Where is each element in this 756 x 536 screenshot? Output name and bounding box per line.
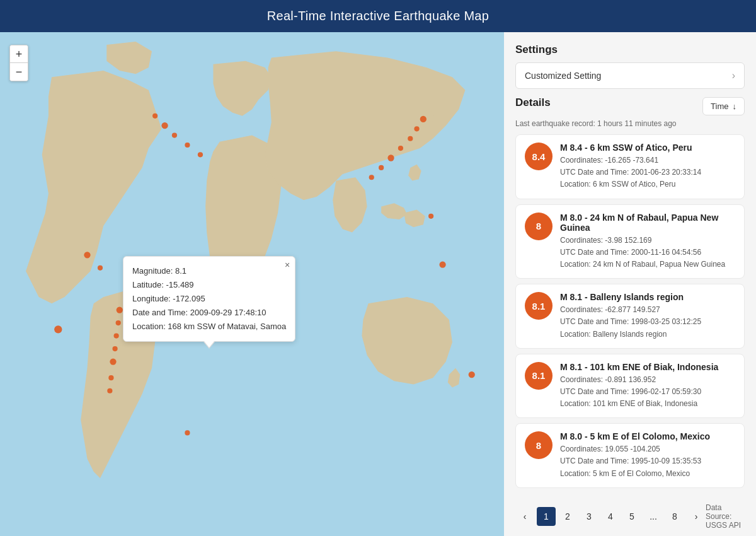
svg-point-17 <box>98 265 103 271</box>
svg-point-11 <box>114 333 119 338</box>
svg-point-19 <box>439 262 445 268</box>
earthquake-title: M 8.1 - Balleny Islands region <box>560 292 735 302</box>
earthquake-location: Location: Balleny Islands region <box>560 329 735 341</box>
earthquake-location: Location: 5 km E of El Colomo, Mexico <box>560 468 735 480</box>
svg-point-4 <box>398 146 403 151</box>
earthquake-coordinates: Coordinates: -62.877 149.527 <box>560 304 735 316</box>
popup-longitude: Longitude: -172.095 <box>132 292 286 306</box>
svg-point-9 <box>117 306 123 313</box>
earthquake-popup: × Magnitude: 8.1 Latitude: -15.489 Longi… <box>123 256 295 342</box>
earthquake-location: Location: 24 km N of Rabaul, Papua New G… <box>560 259 735 271</box>
svg-point-25 <box>161 122 168 129</box>
svg-point-16 <box>84 252 90 258</box>
page-1-button[interactable]: 1 <box>537 507 556 526</box>
page-4-button[interactable]: 4 <box>601 507 620 526</box>
last-record-text: Last earthquake record: 1 hours 11 minut… <box>515 119 745 128</box>
earthquake-utc: UTC Date and Time: 1996-02-17 05:59:30 <box>560 386 735 398</box>
data-source-text: Data Source: USGS API <box>706 503 745 530</box>
popup-magnitude: Magnitude: 8.1 <box>132 264 286 278</box>
svg-point-3 <box>408 136 413 141</box>
earthquake-coordinates: Coordinates: 19.055 -104.205 <box>560 443 735 455</box>
svg-point-8 <box>54 325 62 333</box>
earthquake-title: M 8.1 - 101 km ENE of Biak, Indonesia <box>560 362 735 372</box>
earthquake-utc: UTC Date and Time: 2001-06-23 20:33:14 <box>560 166 735 178</box>
magnitude-badge: 8.1 <box>525 362 553 390</box>
svg-point-24 <box>172 133 177 138</box>
earthquake-utc: UTC Date and Time: 1995-10-09 15:35:53 <box>560 455 735 467</box>
page-2-button[interactable]: 2 <box>558 507 577 526</box>
earthquake-utc: UTC Date and Time: 1998-03-25 03:12:25 <box>560 316 735 328</box>
earthquake-card[interactable]: 8.4 M 8.4 - 6 km SSW of Atico, Peru Coor… <box>515 134 745 199</box>
earthquake-card[interactable]: 8 M 8.0 - 5 km E of El Colomo, Mexico Co… <box>515 423 745 488</box>
svg-point-12 <box>112 346 117 351</box>
svg-point-6 <box>379 165 384 170</box>
svg-point-15 <box>107 388 112 393</box>
earthquake-list: 8.4 M 8.4 - 6 km SSW of Atico, Peru Coor… <box>515 134 745 497</box>
magnitude-badge: 8 <box>525 431 553 459</box>
ellipsis: ... <box>644 507 663 526</box>
page-title: Real-Time Interactive Earthquake Map <box>0 0 756 32</box>
svg-point-21 <box>428 214 433 219</box>
map-container: + − × Magnitude: 8.1 Latitude: -15.489 L… <box>0 32 504 536</box>
svg-point-22 <box>198 152 203 157</box>
sort-label: Time <box>711 102 728 111</box>
magnitude-badge: 8.1 <box>525 292 553 320</box>
zoom-controls: + − <box>9 45 28 81</box>
earthquake-location: Location: 6 km SSW of Atico, Peru <box>560 178 735 190</box>
earthquake-title: M 8.0 - 24 km N of Rabaul, Papua New Gui… <box>560 213 735 233</box>
settings-title: Settings <box>515 44 745 56</box>
svg-point-26 <box>152 114 158 119</box>
earthquake-info: M 8.1 - 101 km ENE of Biak, Indonesia Co… <box>560 362 735 411</box>
settings-section: Settings Customized Setting › <box>504 32 756 96</box>
customized-setting-button[interactable]: Customized Setting › <box>515 62 745 89</box>
magnitude-badge: 8.4 <box>525 143 553 170</box>
sort-icon: ↓ <box>733 102 737 111</box>
details-header: Details Time ↓ <box>515 96 745 115</box>
svg-point-7 <box>369 175 374 180</box>
earthquake-info: M 8.0 - 24 km N of Rabaul, Papua New Gui… <box>560 213 735 271</box>
svg-point-10 <box>116 320 121 325</box>
svg-point-13 <box>110 358 116 364</box>
customized-setting-label: Customized Setting <box>525 71 601 81</box>
prev-page-button[interactable]: ‹ <box>515 507 534 526</box>
header-title: Real-Time Interactive Earthquake Map <box>267 9 489 23</box>
svg-point-20 <box>185 430 190 435</box>
magnitude-badge: 8 <box>525 213 553 240</box>
earthquake-utc: UTC Date and Time: 2000-11-16 04:54:56 <box>560 247 735 259</box>
chevron-right-icon: › <box>732 70 735 81</box>
page-5-button[interactable]: 5 <box>622 507 641 526</box>
popup-datetime: Date and Time: 2009-09-29 17:48:10 <box>132 306 286 320</box>
earthquake-title: M 8.0 - 5 km E of El Colomo, Mexico <box>560 431 735 441</box>
sort-button[interactable]: Time ↓ <box>702 97 745 115</box>
page-controls: ‹12345...8› <box>515 507 706 526</box>
svg-point-5 <box>387 154 394 161</box>
svg-point-27 <box>469 371 475 378</box>
earthquake-title: M 8.4 - 6 km SSW of Atico, Peru <box>560 143 735 153</box>
earthquake-coordinates: Coordinates: -3.98 152.169 <box>560 235 735 247</box>
details-title: Details <box>515 96 551 109</box>
earthquake-coordinates: Coordinates: -0.891 136.952 <box>560 374 735 386</box>
right-panel: Settings Customized Setting › Details Ti… <box>504 32 756 536</box>
earthquake-coordinates: Coordinates: -16.265 -73.641 <box>560 154 735 166</box>
earthquake-info: M 8.0 - 5 km E of El Colomo, Mexico Coor… <box>560 431 735 480</box>
earthquake-info: M 8.4 - 6 km SSW of Atico, Peru Coordina… <box>560 143 735 191</box>
earthquake-card[interactable]: 8.1 M 8.1 - Balleny Islands region Coord… <box>515 284 745 349</box>
svg-point-2 <box>414 126 419 131</box>
svg-point-14 <box>108 375 113 380</box>
earthquake-location: Location: 101 km ENE of Biak, Indonesia <box>560 398 735 410</box>
popup-latitude: Latitude: -15.489 <box>132 278 286 292</box>
earthquake-info: M 8.1 - Balleny Islands region Coordinat… <box>560 292 735 341</box>
popup-close-button[interactable]: × <box>285 260 290 269</box>
details-section: Details Time ↓ Last earthquake record: 1… <box>504 96 756 497</box>
earthquake-card[interactable]: 8.1 M 8.1 - 101 km ENE of Biak, Indonesi… <box>515 354 745 419</box>
zoom-out-button[interactable]: − <box>10 63 28 81</box>
zoom-in-button[interactable]: + <box>10 45 28 63</box>
earthquake-card[interactable]: 8 M 8.0 - 24 km N of Rabaul, Papua New G… <box>515 204 745 279</box>
svg-point-1 <box>420 116 427 122</box>
svg-point-23 <box>185 143 190 148</box>
next-page-button[interactable]: › <box>687 507 706 526</box>
popup-location: Location: 168 km SSW of Matavai, Samoa <box>132 320 286 334</box>
page-3-button[interactable]: 3 <box>580 507 598 526</box>
pagination-bar: ‹12345...8› Data Source: USGS API <box>504 497 756 536</box>
page-8-button[interactable]: 8 <box>665 507 684 526</box>
